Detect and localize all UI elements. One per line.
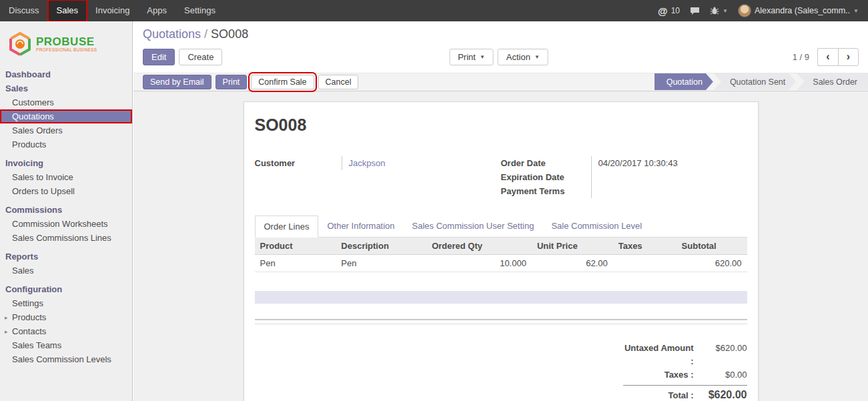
main-content: Quotations / SO008 Edit Create Print▼ Ac…	[133, 21, 868, 401]
edit-button[interactable]: Edit	[143, 49, 175, 65]
print-button[interactable]: Print	[215, 75, 248, 89]
col-header-unit-price[interactable]: Unit Price	[532, 238, 613, 255]
control-panel: Quotations / SO008 Edit Create Print▼ Ac…	[133, 21, 868, 73]
cancel-button[interactable]: Cancel	[318, 75, 359, 89]
caret-down-icon: ▼	[480, 54, 485, 60]
col-header-product[interactable]: Product	[255, 238, 336, 255]
tab-sale-commission-level[interactable]: Sale Commission Level	[542, 216, 650, 238]
sidebar-item-sales-commission-levels[interactable]: Sales Commission Levels	[0, 352, 132, 366]
send-by-email-button[interactable]: Send by Email	[143, 75, 211, 89]
sidebar-item-settings[interactable]: Settings	[0, 296, 132, 310]
sidebar-item-sales-commissions-lines[interactable]: Sales Commissions Lines	[0, 231, 132, 245]
create-button[interactable]: Create	[179, 49, 222, 65]
sidebar-item-commission-worksheets[interactable]: Commission Worksheets	[0, 217, 132, 231]
field-groups: Customer Jackpson Order Date 04/20/2017 …	[255, 156, 747, 198]
sidebar-heading-reports[interactable]: Reports	[0, 250, 132, 264]
sidebar-item-products[interactable]: Products	[0, 137, 132, 151]
breadcrumb-separator: /	[204, 27, 207, 41]
cell-ordered-qty: 10.000	[426, 255, 532, 272]
sidebar-item-sales-to-invoice[interactable]: Sales to Invoice	[0, 170, 132, 184]
col-header-description[interactable]: Description	[336, 238, 426, 255]
step-quotation-sent[interactable]: Quotation Sent	[714, 73, 796, 90]
sidebar: PROBUSE PROFESSIONAL BUSINESS Dashboard …	[0, 21, 133, 401]
sidebar-heading-configuration[interactable]: Configuration	[0, 282, 132, 296]
taxes-value: $0.00	[694, 368, 747, 382]
user-menu[interactable]: Alexandra (Sales_comm.. ▼	[738, 4, 859, 17]
logo-subtitle: PROFESSIONAL BUSINESS	[36, 47, 97, 52]
mentions-button[interactable]: @ 10	[658, 5, 680, 17]
sidebar-item-sales-orders[interactable]: Sales Orders	[0, 123, 132, 137]
col-header-taxes[interactable]: Taxes	[613, 238, 677, 255]
topbar-menu-apps[interactable]: Apps	[138, 0, 175, 21]
next-page-button[interactable]: ›	[838, 48, 859, 66]
confirm-sale-button[interactable]: Confirm Sale	[251, 75, 314, 89]
order-date-value: 04/20/2017 10:30:43	[591, 156, 747, 170]
table-row[interactable]: Pen Pen 10.000 62.00 620.00	[255, 255, 747, 272]
previous-page-button[interactable]: ‹	[817, 48, 838, 66]
cell-product[interactable]: Pen	[255, 255, 336, 272]
sidebar-section-commissions: Commissions Commission Worksheets Sales …	[0, 203, 132, 245]
customer-value-link[interactable]: Jackpson	[342, 156, 501, 170]
print-dropdown[interactable]: Print▼	[449, 49, 494, 65]
sidebar-heading-commissions[interactable]: Commissions	[0, 203, 132, 217]
sidebar-section-configuration: Configuration Settings ▸Products ▸Contac…	[0, 282, 132, 366]
sidebar-section-sales: Sales Customers Quotations Sales Orders …	[0, 81, 132, 151]
sidebar-item-contacts[interactable]: ▸Contacts	[0, 324, 132, 338]
topbar-menu-invoicing[interactable]: Invoicing	[87, 0, 138, 21]
cell-taxes	[613, 255, 677, 272]
topbar-menu-sales[interactable]: Sales	[48, 0, 87, 21]
tab-order-lines[interactable]: Order Lines	[255, 216, 319, 238]
taxes-row: Taxes : $0.00	[623, 368, 747, 382]
topbar-menu-discuss[interactable]: Discuss	[0, 0, 48, 21]
document-sheet: SO008 Customer Jackpson Order Date 04/20…	[244, 101, 759, 401]
topbar-systray: @ 10 ▼ Alexandra (Sales_comm.. ▼	[658, 0, 868, 21]
avatar	[738, 4, 751, 17]
user-name: Alexandra (Sales_comm..	[755, 6, 850, 15]
sidebar-item-orders-to-upsell[interactable]: Orders to Upsell	[0, 184, 132, 198]
payment-terms-value	[591, 184, 747, 198]
sidebar-item-sales-teams[interactable]: Sales Teams	[0, 338, 132, 352]
sidebar-heading-invoicing[interactable]: Invoicing	[0, 156, 132, 170]
sidebar-heading-sales[interactable]: Sales	[0, 81, 132, 95]
untaxed-amount-value: $620.00	[694, 342, 747, 355]
action-dropdown[interactable]: Action▼	[498, 49, 548, 65]
tab-sales-commission-user-setting[interactable]: Sales Commission User Setting	[404, 216, 543, 238]
col-header-ordered-qty[interactable]: Ordered Qty	[426, 238, 532, 255]
probuse-logo-icon	[8, 32, 32, 56]
total-separator	[623, 385, 747, 386]
untaxed-amount-label: Untaxed Amount :	[623, 342, 694, 368]
breadcrumb: Quotations / SO008	[143, 27, 859, 41]
sidebar-item-label: Products	[12, 312, 46, 322]
step-quotation[interactable]: Quotation	[655, 73, 713, 90]
col-header-subtotal[interactable]: Subtotal	[677, 238, 747, 255]
breadcrumb-quotations-link[interactable]: Quotations	[143, 27, 201, 41]
at-icon: @	[658, 5, 668, 17]
section-band	[255, 291, 747, 304]
sidebar-heading-dashboard[interactable]: Dashboard	[0, 67, 132, 81]
divider	[255, 319, 747, 320]
app-logo[interactable]: PROBUSE PROFESSIONAL BUSINESS	[0, 21, 132, 63]
expiration-date-value	[591, 170, 747, 184]
cell-unit-price: 62.00	[532, 255, 613, 272]
sidebar-item-config-products[interactable]: ▸Products	[0, 310, 132, 324]
total-label: Total :	[623, 389, 694, 401]
topbar: Discuss Sales Invoicing Apps Settings @ …	[0, 0, 868, 21]
topbar-menu-settings[interactable]: Settings	[175, 0, 224, 21]
sidebar-item-reports-sales[interactable]: Sales	[0, 264, 132, 278]
tab-other-information[interactable]: Other Information	[318, 216, 403, 238]
step-sales-order[interactable]: Sales Order	[797, 73, 868, 90]
field-group-right: Order Date 04/20/2017 10:30:43 Expiratio…	[501, 156, 747, 198]
sidebar-item-quotations[interactable]: Quotations	[0, 109, 132, 123]
total-value: $620.00	[694, 388, 747, 401]
tab-bar: Order Lines Other Information Sales Comm…	[255, 216, 747, 238]
sidebar-item-customers[interactable]: Customers	[0, 95, 132, 109]
field-expiration-date: Expiration Date	[501, 170, 747, 184]
messages-button[interactable]	[690, 7, 700, 15]
action-dropdowns: Print▼ Action▼	[449, 49, 552, 65]
debug-menu[interactable]: ▼	[710, 7, 728, 15]
total-row: Total : $620.00	[623, 388, 747, 401]
sidebar-section-dashboard: Dashboard	[0, 67, 132, 81]
untaxed-amount-row: Untaxed Amount : $620.00	[623, 342, 747, 368]
sidebar-item-label: Contacts	[12, 326, 46, 336]
cell-subtotal: 620.00	[677, 255, 747, 272]
